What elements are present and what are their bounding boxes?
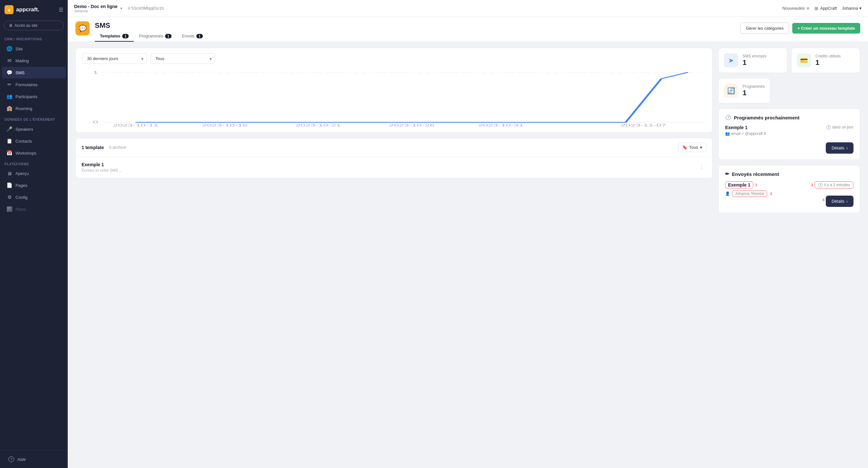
annotation-2: 2	[770, 192, 772, 196]
topbar-appcraft[interactable]: ⊞ AppCraft	[814, 6, 837, 11]
sidebar-item-workshops[interactable]: 📅 Workshops	[2, 147, 66, 159]
stat-sms-value: 1	[743, 58, 767, 67]
page-header: 💬 SMS Templates 1 Programmés 1 Envois 1	[68, 17, 868, 42]
tab-programmes[interactable]: Programmés 1	[134, 31, 177, 41]
sidebar-item-mailing[interactable]: ✉ Mailing	[2, 55, 66, 66]
site-icon: 🌐	[6, 46, 12, 52]
sidebar-item-contacts[interactable]: 📋 Contacts	[2, 135, 66, 147]
template-name: Exemple 1	[82, 162, 693, 167]
recent-user-name: Johanna Teixeira	[732, 191, 767, 197]
annotation-3: 3	[811, 183, 813, 187]
filter-label: Tous	[689, 145, 698, 150]
sidebar-item-formulaires[interactable]: ✏ Formulaires	[2, 79, 66, 90]
project-dropdown-icon[interactable]: ▾	[120, 6, 122, 11]
recent-item-name: Exemple 1	[725, 181, 753, 188]
sidebar-item-label: Aide	[18, 457, 59, 462]
sidebar-item-label: Contacts	[16, 139, 61, 144]
stat-programmes: 🔄 Programmés 1	[718, 78, 770, 103]
stats-area: ➤ SMS envoyés 1 💳 Crédits utilisés 1	[718, 48, 860, 73]
recent-card: ✏ Envoyés récemment Exemple 1 1 👤 Johann…	[718, 165, 860, 213]
period-filter[interactable]: 30 derniers jours	[82, 53, 147, 64]
participants-icon: 👥	[6, 94, 12, 99]
stat-credits-content: Crédits utilisés 1	[815, 54, 841, 67]
clearfix: Détails ›	[725, 139, 854, 154]
nouveautes-label: Nouveautés	[782, 6, 804, 11]
sidebar-item-label: Workshops	[16, 151, 61, 155]
template-info: Exemple 1 Écrivez ici votre SMS ...	[82, 162, 693, 173]
tab-programmes-badge: 1	[165, 34, 172, 38]
stat-sms-envoyes: ➤ SMS envoyés 1	[718, 48, 787, 73]
monitor-icon: 🖥	[9, 23, 12, 28]
scheduled-details-button[interactable]: Détails ›	[826, 142, 854, 154]
sidebar-item-rooming[interactable]: 🏨 Rooming	[2, 103, 66, 114]
credits-icon: 💳	[797, 53, 811, 67]
sidebar-item-speakers[interactable]: 🎤 Speakers	[2, 123, 66, 135]
topbar-hash: # 53nX0MbjqlOo1h	[128, 6, 164, 11]
user-label: Johanna	[842, 6, 858, 11]
chart-svg: 1 0 2023-10-11 2023-10-16 2023-10-21 202…	[82, 69, 706, 127]
user-icon: 👤	[725, 192, 730, 196]
chart-filters: 30 derniers jours Tous	[82, 53, 706, 64]
stat-credits: 💳 Crédits utilisés 1	[791, 48, 860, 73]
tab-templates-badge: 1	[122, 34, 129, 38]
workshops-icon: 📅	[6, 150, 12, 156]
arrow-right-icon: ›	[846, 146, 848, 150]
manage-categories-button[interactable]: Gérer les catégories	[740, 23, 789, 34]
sidebar-item-label: Pages	[16, 183, 61, 188]
sidebar-item-site[interactable]: 🌐 Site	[2, 43, 66, 55]
sidebar-item-sms[interactable]: 💬 SMS	[2, 67, 66, 79]
template-preview: Écrivez ici votre SMS ...	[82, 168, 693, 173]
group-icon: 👥	[725, 131, 730, 136]
tab-envois-label: Envois	[182, 34, 194, 38]
sidebar-item-apercu[interactable]: 🖥 Aperçu	[2, 168, 66, 179]
tab-templates[interactable]: Templates 1	[95, 31, 134, 41]
right-column: ➤ SMS envoyés 1 💳 Crédits utilisés 1	[718, 48, 860, 213]
sidebar-item-pages[interactable]: 📄 Pages	[2, 179, 66, 191]
config-icon: ⚙	[6, 194, 12, 200]
svg-text:1: 1	[93, 70, 98, 75]
create-template-button[interactable]: + Créer un nouveau template	[792, 23, 860, 34]
sms-icon: 💬	[6, 70, 12, 76]
nouveautes[interactable]: Nouveautés	[782, 6, 809, 11]
logo-icon: a	[4, 5, 13, 14]
all-filter[interactable]: Tous	[151, 53, 215, 64]
annotation-4: 4	[823, 198, 825, 202]
left-column: 30 derniers jours Tous 1	[75, 48, 713, 213]
access-site-button[interactable]: 🖥 Accès au site	[4, 21, 64, 30]
rooming-icon: 🏨	[6, 106, 12, 111]
template-filter-button[interactable]: 🔖 Tous ▾	[678, 143, 707, 152]
tab-envois[interactable]: Envois 1	[177, 31, 208, 41]
inner-content: 30 derniers jours Tous 1	[68, 42, 868, 219]
sidebar-item-participants[interactable]: 👥 Participants	[2, 91, 66, 102]
svg-text:2023-11-07: 2023-11-07	[621, 124, 666, 127]
speakers-icon: 🎤	[6, 126, 12, 132]
sidebar-item-label: Participants	[16, 94, 61, 99]
recent-user-row: 👤 Johanna Teixeira 2	[725, 191, 811, 197]
sidebar-item-plans: 📊 Plans	[2, 203, 66, 215]
tab-programmes-label: Programmés	[139, 34, 163, 38]
sidebar-item-label: Config	[16, 195, 61, 200]
sidebar-item-config[interactable]: ⚙ Config	[2, 192, 66, 203]
logo-text: appcraft.	[16, 6, 39, 13]
sidebar-section-event: DONNÉES DE L'ÉVÉNEMENT 🎤 Speakers 📋 Cont…	[0, 115, 68, 159]
stat-sms-label: SMS envoyés	[743, 54, 767, 58]
topbar-right: Nouveautés ⊞ AppCraft Johanna ▾	[782, 6, 862, 11]
hamburger-icon[interactable]: ☰	[59, 7, 63, 13]
event-section-label: DONNÉES DE L'ÉVÉNEMENT	[0, 115, 68, 123]
sidebar-item-aide[interactable]: ? Aide	[4, 454, 64, 465]
all-filter-wrap: Tous	[151, 53, 215, 64]
stat-credits-value: 1	[815, 58, 841, 67]
formulaires-icon: ✏	[6, 82, 12, 87]
recent-details-button[interactable]: Détails ›	[826, 196, 854, 207]
table-row: Exemple 1 Écrivez ici votre SMS ... ⋮	[76, 157, 712, 178]
template-more-button[interactable]: ⋮	[697, 162, 707, 170]
scheduled-meta: 👥 email = @appcraft.fr	[725, 131, 767, 136]
scheduled-card: 🕐 Programmés prochainement Exemple 1 👥 e…	[718, 109, 860, 160]
recent-time: 🕐 il y a 2 minutes	[814, 181, 854, 188]
scheduled-time: 🕐 dans un jour	[826, 125, 854, 129]
topbar-user[interactable]: Johanna ▾	[842, 6, 862, 11]
svg-text:2023-10-16: 2023-10-16	[202, 124, 247, 127]
scheduled-title: 🕐 Programmés prochainement	[725, 115, 854, 120]
svg-text:2023-10-26: 2023-10-26	[389, 124, 435, 127]
topbar-project: Demo - Doc en ligne Johanna	[74, 4, 118, 13]
